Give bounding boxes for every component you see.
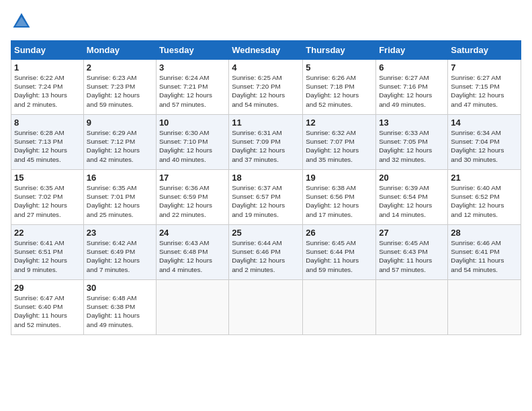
day-number: 22: [14, 228, 81, 238]
day-info: Sunrise: 6:44 AM Sunset: 6:46 PM Dayligh…: [232, 238, 300, 274]
calendar-cell: 22Sunrise: 6:41 AM Sunset: 6:51 PM Dayli…: [11, 225, 84, 280]
calendar-cell: [376, 280, 448, 335]
calendar-cell: 24Sunrise: 6:43 AM Sunset: 6:48 PM Dayli…: [156, 225, 228, 280]
day-number: 6: [379, 62, 445, 73]
calendar-cell: 7Sunrise: 6:27 AM Sunset: 7:15 PM Daylig…: [448, 60, 521, 115]
calendar-cell: 16Sunrise: 6:35 AM Sunset: 7:01 PM Dayli…: [83, 170, 156, 225]
calendar-cell: [156, 280, 228, 335]
day-number: 3: [159, 62, 226, 73]
day-info: Sunrise: 6:45 AM Sunset: 6:43 PM Dayligh…: [379, 238, 445, 274]
day-number: 28: [451, 228, 518, 238]
calendar-cell: 27Sunrise: 6:45 AM Sunset: 6:43 PM Dayli…: [376, 225, 448, 280]
day-info: Sunrise: 6:27 AM Sunset: 7:16 PM Dayligh…: [379, 73, 445, 109]
day-number: 1: [14, 62, 81, 73]
day-info: Sunrise: 6:39 AM Sunset: 6:54 PM Dayligh…: [379, 183, 445, 219]
calendar-cell: [229, 280, 303, 335]
calendar-cell: 28Sunrise: 6:46 AM Sunset: 6:41 PM Dayli…: [448, 225, 521, 280]
day-number: 9: [87, 118, 153, 128]
calendar-cell: 1Sunrise: 6:22 AM Sunset: 7:24 PM Daylig…: [11, 60, 84, 115]
logo: [11, 11, 35, 32]
day-number: 10: [159, 118, 226, 128]
calendar-week-row: 22Sunrise: 6:41 AM Sunset: 6:51 PM Dayli…: [11, 225, 521, 280]
calendar-week-row: 1Sunrise: 6:22 AM Sunset: 7:24 PM Daylig…: [11, 60, 521, 115]
day-number: 8: [14, 118, 81, 128]
weekday-header-thursday: Thursday: [303, 41, 376, 60]
weekday-header-row: SundayMondayTuesdayWednesdayThursdayFrid…: [11, 41, 521, 60]
calendar-cell: 3Sunrise: 6:24 AM Sunset: 7:21 PM Daylig…: [156, 60, 228, 115]
day-info: Sunrise: 6:28 AM Sunset: 7:13 PM Dayligh…: [14, 128, 81, 164]
header: [11, 11, 521, 32]
day-info: Sunrise: 6:40 AM Sunset: 6:52 PM Dayligh…: [451, 183, 518, 219]
calendar-week-row: 15Sunrise: 6:35 AM Sunset: 7:02 PM Dayli…: [11, 170, 521, 225]
day-number: 12: [306, 118, 373, 128]
calendar-cell: 19Sunrise: 6:38 AM Sunset: 6:56 PM Dayli…: [303, 170, 376, 225]
day-info: Sunrise: 6:30 AM Sunset: 7:10 PM Dayligh…: [159, 128, 226, 164]
weekday-header-monday: Monday: [83, 41, 156, 60]
day-info: Sunrise: 6:22 AM Sunset: 7:24 PM Dayligh…: [14, 73, 81, 109]
calendar-cell: 6Sunrise: 6:27 AM Sunset: 7:16 PM Daylig…: [376, 60, 448, 115]
calendar-cell: 13Sunrise: 6:33 AM Sunset: 7:05 PM Dayli…: [376, 115, 448, 170]
day-info: Sunrise: 6:47 AM Sunset: 6:40 PM Dayligh…: [14, 293, 81, 329]
day-info: Sunrise: 6:24 AM Sunset: 7:21 PM Dayligh…: [159, 73, 226, 109]
page-container: SundayMondayTuesdayWednesdayThursdayFrid…: [0, 0, 532, 340]
day-info: Sunrise: 6:41 AM Sunset: 6:51 PM Dayligh…: [14, 238, 81, 274]
day-number: 25: [232, 228, 300, 238]
day-info: Sunrise: 6:46 AM Sunset: 6:41 PM Dayligh…: [451, 238, 518, 274]
calendar-cell: 4Sunrise: 6:25 AM Sunset: 7:20 PM Daylig…: [229, 60, 303, 115]
day-info: Sunrise: 6:35 AM Sunset: 7:02 PM Dayligh…: [14, 183, 81, 219]
calendar-cell: 29Sunrise: 6:47 AM Sunset: 6:40 PM Dayli…: [11, 280, 84, 335]
day-number: 29: [14, 283, 81, 293]
calendar-cell: [303, 280, 376, 335]
day-number: 5: [306, 62, 373, 73]
day-number: 16: [87, 173, 153, 183]
calendar-cell: 5Sunrise: 6:26 AM Sunset: 7:18 PM Daylig…: [303, 60, 376, 115]
calendar-table: SundayMondayTuesdayWednesdayThursdayFrid…: [11, 40, 521, 335]
calendar-cell: [448, 280, 521, 335]
day-number: 20: [379, 173, 445, 183]
calendar-cell: 11Sunrise: 6:31 AM Sunset: 7:09 PM Dayli…: [229, 115, 303, 170]
calendar-cell: 15Sunrise: 6:35 AM Sunset: 7:02 PM Dayli…: [11, 170, 84, 225]
calendar-cell: 23Sunrise: 6:42 AM Sunset: 6:49 PM Dayli…: [83, 225, 156, 280]
day-info: Sunrise: 6:32 AM Sunset: 7:07 PM Dayligh…: [306, 128, 373, 164]
day-number: 30: [87, 283, 153, 293]
weekday-header-friday: Friday: [376, 41, 448, 60]
day-number: 13: [379, 118, 445, 128]
calendar-cell: 21Sunrise: 6:40 AM Sunset: 6:52 PM Dayli…: [448, 170, 521, 225]
logo-icon: [11, 11, 32, 32]
day-number: 26: [306, 228, 373, 238]
calendar-week-row: 29Sunrise: 6:47 AM Sunset: 6:40 PM Dayli…: [11, 280, 521, 335]
weekday-header-wednesday: Wednesday: [229, 41, 303, 60]
day-number: 21: [451, 173, 518, 183]
calendar-cell: 25Sunrise: 6:44 AM Sunset: 6:46 PM Dayli…: [229, 225, 303, 280]
day-info: Sunrise: 6:42 AM Sunset: 6:49 PM Dayligh…: [87, 238, 153, 274]
day-info: Sunrise: 6:25 AM Sunset: 7:20 PM Dayligh…: [232, 73, 300, 109]
day-info: Sunrise: 6:43 AM Sunset: 6:48 PM Dayligh…: [159, 238, 226, 274]
calendar-cell: 12Sunrise: 6:32 AM Sunset: 7:07 PM Dayli…: [303, 115, 376, 170]
day-number: 27: [379, 228, 445, 238]
calendar-cell: 18Sunrise: 6:37 AM Sunset: 6:57 PM Dayli…: [229, 170, 303, 225]
day-number: 24: [159, 228, 226, 238]
day-info: Sunrise: 6:33 AM Sunset: 7:05 PM Dayligh…: [379, 128, 445, 164]
day-number: 18: [232, 173, 300, 183]
calendar-cell: 17Sunrise: 6:36 AM Sunset: 6:59 PM Dayli…: [156, 170, 228, 225]
day-info: Sunrise: 6:35 AM Sunset: 7:01 PM Dayligh…: [87, 183, 153, 219]
day-info: Sunrise: 6:31 AM Sunset: 7:09 PM Dayligh…: [232, 128, 300, 164]
day-number: 15: [14, 173, 81, 183]
day-number: 23: [87, 228, 153, 238]
day-number: 4: [232, 62, 300, 73]
day-number: 7: [451, 62, 518, 73]
day-info: Sunrise: 6:38 AM Sunset: 6:56 PM Dayligh…: [306, 183, 373, 219]
day-number: 14: [451, 118, 518, 128]
calendar-cell: 8Sunrise: 6:28 AM Sunset: 7:13 PM Daylig…: [11, 115, 84, 170]
weekday-header-saturday: Saturday: [448, 41, 521, 60]
day-info: Sunrise: 6:37 AM Sunset: 6:57 PM Dayligh…: [232, 183, 300, 219]
calendar-week-row: 8Sunrise: 6:28 AM Sunset: 7:13 PM Daylig…: [11, 115, 521, 170]
day-number: 11: [232, 118, 300, 128]
calendar-cell: 30Sunrise: 6:48 AM Sunset: 6:38 PM Dayli…: [83, 280, 156, 335]
day-info: Sunrise: 6:29 AM Sunset: 7:12 PM Dayligh…: [87, 128, 153, 164]
day-info: Sunrise: 6:36 AM Sunset: 6:59 PM Dayligh…: [159, 183, 226, 219]
day-number: 19: [306, 173, 373, 183]
day-number: 2: [87, 62, 153, 73]
day-info: Sunrise: 6:27 AM Sunset: 7:15 PM Dayligh…: [451, 73, 518, 109]
calendar-cell: 9Sunrise: 6:29 AM Sunset: 7:12 PM Daylig…: [83, 115, 156, 170]
